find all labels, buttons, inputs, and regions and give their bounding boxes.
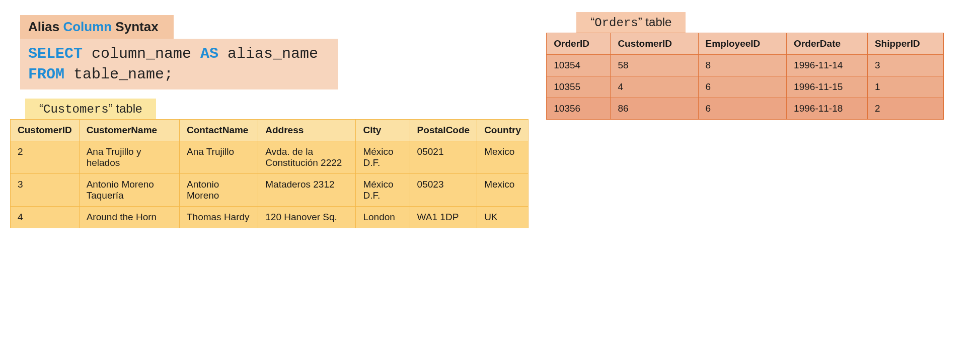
cell: Antonio Moreno — [179, 174, 258, 207]
col-header: City — [356, 120, 410, 141]
kw-select: SELECT — [28, 45, 83, 62]
cell: 4 — [11, 207, 80, 228]
col-header: CustomerID — [11, 120, 80, 141]
cell: Mataderos 2312 — [258, 174, 356, 207]
cell: 3 — [867, 55, 943, 76]
cell: Avda. de la Constitución 2222 — [258, 141, 356, 174]
cell: 2 — [11, 141, 80, 174]
syntax-table: table_name; — [64, 66, 173, 83]
heading-pre: Alias — [28, 19, 63, 34]
cell: 2 — [867, 98, 943, 120]
sql-syntax-box: SELECT column_name AS alias_name FROM ta… — [20, 39, 338, 89]
cell: 10355 — [547, 76, 611, 98]
cell: México D.F. — [356, 141, 410, 174]
tab-post: ” table — [109, 102, 142, 115]
cell: London — [356, 207, 410, 228]
table-row: 10356 86 6 1996-11-18 2 — [547, 98, 944, 120]
col-header: CustomerID — [611, 33, 698, 55]
table-row: 4 Around the Horn Thomas Hardy 120 Hanov… — [11, 207, 529, 228]
cell: 05021 — [410, 141, 477, 174]
cell: 6 — [698, 76, 787, 98]
heading-post: Syntax — [112, 19, 159, 34]
col-header: Address — [258, 120, 356, 141]
cell: UK — [477, 207, 529, 228]
customers-header-row: CustomerID CustomerName ContactName Addr… — [11, 120, 529, 141]
cell: 1996-11-18 — [787, 98, 868, 120]
cell: 120 Hanover Sq. — [258, 207, 356, 228]
cell: 8 — [698, 55, 787, 76]
cell: 1 — [867, 76, 943, 98]
cell: 3 — [11, 174, 80, 207]
cell: 58 — [611, 55, 698, 76]
tab-name: Orders — [594, 16, 638, 30]
cell: 4 — [611, 76, 698, 98]
cell: México D.F. — [356, 174, 410, 207]
cell: 6 — [698, 98, 787, 120]
cell: 10354 — [547, 55, 611, 76]
col-header: CustomerName — [79, 120, 179, 141]
cell: Around the Horn — [79, 207, 179, 228]
cell: Ana Trujillo y helados — [79, 141, 179, 174]
cell: Mexico — [477, 141, 529, 174]
orders-header-row: OrderID CustomerID EmployeeID OrderDate … — [547, 33, 944, 55]
cell: Ana Trujillo — [179, 141, 258, 174]
col-header: Country — [477, 120, 529, 141]
orders-tab-label: “Orders” table — [576, 12, 686, 33]
table-row: 10355 4 6 1996-11-15 1 — [547, 76, 944, 98]
syntax-col: column_name — [83, 45, 200, 62]
kw-from: FROM — [28, 66, 64, 83]
alias-column-heading: Alias Column Syntax — [20, 15, 174, 39]
col-header: PostalCode — [410, 120, 477, 141]
table-row: 10354 58 8 1996-11-14 3 — [547, 55, 944, 76]
customers-tab-label: “Customers” table — [25, 99, 156, 119]
cell: Thomas Hardy — [179, 207, 258, 228]
tab-post: ” table — [638, 15, 672, 29]
cell: Mexico — [477, 174, 529, 207]
tab-name: Customers — [43, 103, 109, 116]
orders-table: OrderID CustomerID EmployeeID OrderDate … — [546, 33, 944, 120]
col-header: ShipperID — [867, 33, 943, 55]
cell: WA1 1DP — [410, 207, 477, 228]
kw-as: AS — [200, 45, 218, 62]
heading-highlight: Column — [63, 19, 112, 34]
col-header: OrderDate — [787, 33, 868, 55]
table-row: 2 Ana Trujillo y helados Ana Trujillo Av… — [11, 141, 529, 174]
cell: 1996-11-15 — [787, 76, 868, 98]
syntax-alias: alias_name — [218, 45, 318, 62]
col-header: EmployeeID — [698, 33, 787, 55]
col-header: OrderID — [547, 33, 611, 55]
customers-table: CustomerID CustomerName ContactName Addr… — [10, 119, 529, 228]
col-header: ContactName — [179, 120, 258, 141]
cell: Antonio Moreno Taquería — [79, 174, 179, 207]
tab-pre: “ — [39, 102, 43, 115]
cell: 86 — [611, 98, 698, 120]
cell: 1996-11-14 — [787, 55, 868, 76]
cell: 10356 — [547, 98, 611, 120]
table-row: 3 Antonio Moreno Taquería Antonio Moreno… — [11, 174, 529, 207]
cell: 05023 — [410, 174, 477, 207]
